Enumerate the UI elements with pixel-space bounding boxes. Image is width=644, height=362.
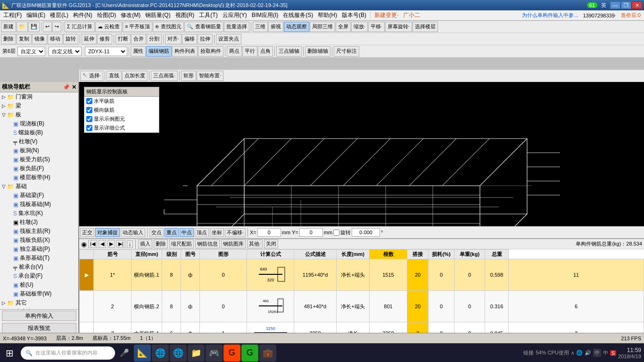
mirror-button[interactable]: 镜像 xyxy=(32,34,47,44)
sidebar-close-button[interactable]: ✕ xyxy=(72,84,76,90)
mic-icon[interactable]: 🎤 xyxy=(118,346,131,360)
sidebar-item-isolated-found[interactable]: ▣ 独立基础(P) xyxy=(0,245,78,254)
cell-formula2[interactable]: 481+40*d xyxy=(294,291,337,322)
menu-item-help[interactable]: 帮助(H) xyxy=(315,11,339,20)
edit-rebar-button[interactable]: 编辑钢筋 xyxy=(146,46,172,57)
vertex-button[interactable]: 顶点 xyxy=(195,228,209,237)
table-row[interactable]: 3 水平纵筋.1 6 ф 1 3250 3250 净长 xyxy=(80,322,644,333)
3d-button[interactable]: 三维 xyxy=(253,22,268,32)
zoom-button[interactable]: 缩放· xyxy=(351,22,368,32)
cell-count2[interactable]: 20 xyxy=(407,291,429,322)
tray-ime-cn[interactable]: 中 xyxy=(593,349,601,357)
nav-play-button[interactable]: ▶ xyxy=(107,240,115,248)
pointangle-button[interactable]: 点角 xyxy=(258,46,273,57)
cell-overlap3[interactable]: 0 xyxy=(429,322,454,333)
nav-first-button[interactable]: |◀ xyxy=(88,240,97,248)
level-slab-button[interactable]: ≡ 平齐板顶 xyxy=(123,22,152,32)
del-axis-button[interactable]: 删除辅轴 xyxy=(305,46,330,57)
close-table-button[interactable]: 关闭 xyxy=(264,239,278,248)
view-rebar-button[interactable]: 🔍 查看钢筋量 xyxy=(184,22,223,32)
checkbox-show-example[interactable] xyxy=(86,116,92,122)
cell-name2[interactable]: 横向钢筋.2 xyxy=(132,291,162,322)
sidebar-item-pier[interactable]: ▣ 柱墩(J) xyxy=(0,218,78,227)
cell-name3[interactable]: 水平纵筋.1 xyxy=(132,322,162,333)
cell-overlap[interactable]: 0 xyxy=(429,259,454,291)
delete-row-button[interactable]: 删除 xyxy=(154,239,168,248)
sidebar-item-other[interactable]: ▷ 📁 其它 xyxy=(0,298,78,307)
cell-loss[interactable]: 0 xyxy=(454,259,485,291)
sidebar-item-raft-main[interactable]: ▣ 筏板主筋(R) xyxy=(0,227,78,236)
cell-total2[interactable]: 6 xyxy=(509,291,644,322)
search-bar[interactable]: 🔍 在这里输入你要搜索的内容 xyxy=(21,346,115,360)
cell-name[interactable]: 横向钢筋.1 xyxy=(132,259,162,291)
object-snap-button[interactable]: 对象捕捉 xyxy=(95,228,120,237)
merge-button[interactable]: 合并 xyxy=(131,34,146,44)
sidebar-item-cast-slab[interactable]: ▣ 现浇板(B) xyxy=(0,119,78,128)
sidebar-item-spiral-slab[interactable]: S 螺旋板(B) xyxy=(0,128,78,137)
property-button[interactable]: 属性 xyxy=(131,46,146,57)
cell-formula3[interactable]: 3250 xyxy=(294,322,337,333)
stretch-button[interactable]: 拉伸 xyxy=(198,34,213,44)
cell-unitweight2[interactable]: 0.316 xyxy=(485,291,509,322)
save-button[interactable]: 💾 xyxy=(28,22,40,32)
win-restore-button[interactable]: ❐ xyxy=(621,1,631,9)
x-input[interactable] xyxy=(257,228,281,237)
cell-diam2[interactable]: 8 xyxy=(162,291,181,322)
nav-last-button[interactable]: ▶| xyxy=(116,240,125,248)
top-view-button[interactable]: 俯视 xyxy=(268,22,283,32)
taskbar-icon-app1[interactable]: 📐 xyxy=(134,345,151,362)
intersection-button[interactable]: 交点 xyxy=(149,228,164,237)
set-grip-button[interactable]: 设置夹点 xyxy=(216,34,241,44)
extend-button[interactable]: 延伸 xyxy=(82,34,97,44)
cell-shapenum[interactable]: 0 xyxy=(200,259,247,291)
other-table-button[interactable]: 其他· xyxy=(247,239,263,248)
sidebar-pin-button[interactable]: 📌 xyxy=(63,84,70,90)
cell-grade2[interactable]: ф xyxy=(181,291,200,322)
pan-button[interactable]: 平移· xyxy=(368,22,385,32)
cell-shapenum3[interactable]: 1 xyxy=(200,322,247,333)
taskbar-icon-extra4[interactable]: 💼 xyxy=(259,345,276,362)
cell-length3[interactable]: 3250 xyxy=(370,322,407,333)
cell-grade3[interactable]: ф xyxy=(181,322,200,333)
rebar-lib-button[interactable]: 钢筋图库 xyxy=(221,239,246,248)
cell-total[interactable]: 11 xyxy=(509,259,644,291)
menu-item-online[interactable]: 在线服务(S) xyxy=(281,11,315,20)
cell-count3[interactable]: 3 xyxy=(407,322,429,333)
delete-button[interactable]: 删除 xyxy=(1,34,16,44)
cell-loss2[interactable]: 0 xyxy=(454,291,485,322)
cell-total3[interactable]: 2 xyxy=(509,322,644,333)
report-preview-button[interactable]: 报表预览 xyxy=(2,323,76,333)
taskbar-icon-folder[interactable]: 📁 xyxy=(188,345,205,362)
control-show-example[interactable]: 显示示例图元 xyxy=(84,115,159,123)
cell-overlap2[interactable]: 0 xyxy=(429,291,454,322)
sidebar-item-floor-strip[interactable]: ▣ 楼层板带(H) xyxy=(0,173,78,182)
menu-item-component[interactable]: 构件(N) xyxy=(71,11,95,20)
y-input[interactable] xyxy=(299,228,323,237)
cell-length[interactable]: 1515 xyxy=(370,259,407,291)
sidebar-item-pile[interactable]: ▣ 桩(U) xyxy=(0,280,78,289)
menu-item-edit[interactable]: 编辑(E) xyxy=(24,11,48,20)
start-button[interactable]: ⊞ xyxy=(0,344,19,362)
sidebar-item-slab-hole[interactable]: ▣ 板洞(N) xyxy=(0,146,78,155)
cell-length2[interactable]: 801 xyxy=(370,291,407,322)
sidebar-item-column-base[interactable]: ╤ 柱墩(V) xyxy=(0,137,78,146)
break-button[interactable]: 打断 xyxy=(116,34,131,44)
cell-grade[interactable]: ф xyxy=(181,259,200,291)
menu-item-version[interactable]: 版本号(B) xyxy=(339,11,369,20)
batch-select-button[interactable]: 批量选择 xyxy=(224,22,249,32)
cell-unitweight[interactable]: 0.598 xyxy=(485,259,509,291)
trim-button[interactable]: 修剪 xyxy=(97,34,112,44)
scale-rebar-button[interactable]: 缩尺配筋 xyxy=(169,239,194,248)
taskbar-icon-extra2[interactable]: G xyxy=(223,345,240,362)
midpoint-btn[interactable]: 重点 xyxy=(165,228,179,237)
sidebar-item-raft-neg[interactable]: ▣ 筏板负筋(X) xyxy=(0,236,78,245)
sidebar-item-door[interactable]: ▷ 📁 门窗洞 xyxy=(0,92,78,101)
win-minimize-button[interactable]: — xyxy=(610,1,620,9)
no-offset-button[interactable]: 不偏移· xyxy=(225,228,246,237)
menu-item-view[interactable]: 视图(R) xyxy=(173,11,197,20)
menu-item-bim[interactable]: BIM应用(I) xyxy=(249,11,281,20)
sidebar-item-pile-cap[interactable]: ╤ 桩承台(V) xyxy=(0,263,78,272)
cell-desc3[interactable]: 净长 xyxy=(337,322,370,333)
sidebar-item-found-beam[interactable]: ▣ 基础梁(F) xyxy=(0,191,78,200)
move-button[interactable]: 移动 xyxy=(48,34,63,44)
